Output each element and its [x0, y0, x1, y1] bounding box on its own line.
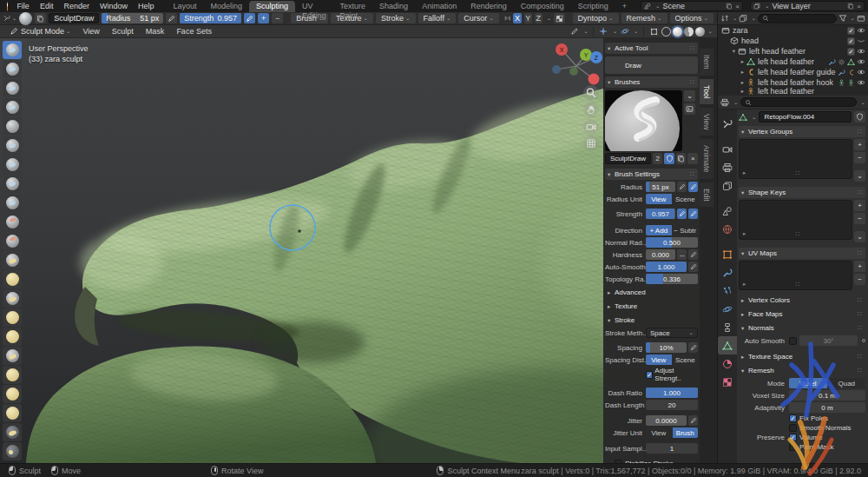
mesh-data-icon[interactable]: [847, 58, 855, 66]
direction-add[interactable]: + Add: [646, 225, 672, 235]
vertex-groups-panel-header[interactable]: ▾Vertex Groups∷: [739, 126, 865, 137]
outliner-row-feather-hook[interactable]: ▸ left head feather hook: [718, 77, 868, 88]
shading-material-icon[interactable]: [684, 27, 694, 36]
tool-inflate[interactable]: [3, 156, 22, 174]
spacing-distance-view[interactable]: View: [646, 354, 672, 365]
spacing-pressure-icon[interactable]: [688, 342, 698, 353]
add-vertex-group-button[interactable]: +: [854, 139, 865, 150]
outliner-row-zara[interactable]: zara ✓: [718, 25, 868, 36]
tab-scene[interactable]: [718, 202, 737, 220]
gear-icon[interactable]: [838, 58, 845, 66]
filter-funnel-icon[interactable]: [838, 14, 847, 23]
tab-output[interactable]: [718, 158, 737, 176]
menu-mask[interactable]: Mask: [141, 25, 170, 37]
chevron-down-icon[interactable]: ⌄: [733, 99, 738, 106]
shading-rendered-icon[interactable]: [695, 27, 705, 36]
add-uv-map-button[interactable]: +: [854, 261, 865, 272]
tab-object-data[interactable]: [718, 336, 737, 354]
remesh-panel-header[interactable]: ▾Remesh∷: [739, 365, 865, 376]
autosmooth-pressure-icon[interactable]: [688, 262, 698, 272]
remove-vertex-group-button[interactable]: −: [854, 152, 865, 163]
strength-tablet-icon[interactable]: [688, 209, 698, 219]
drag-grip-icon[interactable]: ∷: [858, 324, 863, 332]
tab-texture[interactable]: [718, 373, 737, 391]
drag-grip-icon[interactable]: ∷: [858, 296, 863, 304]
chevron-down-icon[interactable]: ⌄: [851, 15, 855, 22]
tool-clay-thumb[interactable]: [3, 117, 22, 136]
tiling-icon[interactable]: [554, 13, 565, 23]
tool-grab[interactable]: [3, 328, 22, 346]
add-workspace-button[interactable]: +: [615, 1, 634, 12]
menu-face-sets[interactable]: Face Sets: [171, 25, 217, 37]
sidebar-tab-view[interactable]: View: [700, 108, 713, 136]
texture-space-panel-header[interactable]: ▸Texture Space∷: [739, 351, 865, 362]
outliner-row-feather-guide[interactable]: ▸ left head feather guide: [718, 67, 868, 77]
outliner-search-input[interactable]: [758, 14, 837, 23]
view-layer-selector[interactable]: ⌄ View Layer ×: [750, 1, 865, 11]
perspective-toggle-button[interactable]: [583, 136, 599, 151]
shape-keys-panel-header[interactable]: ▾Shape Keys∷: [739, 187, 865, 198]
fix-poles-checkbox[interactable]: ✓: [789, 414, 797, 422]
chevron-down-icon[interactable]: ⌄: [752, 114, 756, 121]
close-icon[interactable]: ×: [857, 3, 861, 10]
brush-users-count[interactable]: 2: [653, 153, 663, 164]
tab-physics[interactable]: [718, 300, 737, 318]
brushes-panel-header[interactable]: ▾ Brushes ∷: [605, 76, 698, 88]
tab-world[interactable]: [718, 220, 737, 238]
symmetry-chevron-icon[interactable]: ⌄: [547, 15, 551, 22]
workspace-tab-texture-paint[interactable]: Texture Paint: [333, 1, 373, 12]
drag-grip-icon[interactable]: ∷: [858, 353, 863, 361]
eye-icon[interactable]: [857, 68, 865, 76]
tool-elastic-deform[interactable]: [3, 347, 22, 365]
remove-shape-key-button[interactable]: −: [854, 213, 865, 224]
duplicate-brush-icon[interactable]: [676, 153, 687, 164]
auto-smooth-angle-field[interactable]: 30°: [799, 335, 858, 346]
shading-chevron-icon[interactable]: ⌄: [708, 28, 713, 35]
shape-key-specials-button[interactable]: ⌄: [854, 231, 865, 242]
pan-hand-button[interactable]: [583, 102, 599, 117]
paint-mask-checkbox[interactable]: [789, 443, 797, 451]
radius-pressure-icon[interactable]: [677, 182, 687, 192]
fake-user-shield-icon[interactable]: [854, 111, 865, 123]
tool-multiplane-scrape[interactable]: [3, 289, 22, 308]
add-brush-button[interactable]: +: [258, 13, 269, 23]
vertex-groups-list[interactable]: ▸∷: [739, 139, 852, 179]
radius-unit-scene[interactable]: Scene: [673, 194, 699, 204]
workspace-tab-animation[interactable]: Animation: [415, 1, 464, 12]
auto-smooth-checkbox[interactable]: [789, 337, 797, 345]
zoom-button[interactable]: [583, 85, 599, 101]
radius-tablet-icon[interactable]: [688, 182, 698, 192]
symmetry-y-toggle[interactable]: Y: [524, 13, 532, 23]
jitter-unit-view[interactable]: View: [646, 427, 672, 438]
tool-pose[interactable]: [3, 404, 22, 422]
tab-particles[interactable]: [718, 282, 737, 300]
brush-name-field[interactable]: SculptDraw: [605, 153, 651, 164]
spacing-slider[interactable]: 10%: [646, 342, 687, 353]
hardness-pressure-icon[interactable]: [688, 249, 698, 260]
stroke-method-dropdown[interactable]: Space⌄: [646, 328, 698, 338]
active-tool-button[interactable]: Draw: [605, 56, 698, 74]
drag-grip-icon[interactable]: ∷: [690, 44, 695, 52]
copy-icon[interactable]: [847, 3, 854, 10]
selectable-checkbox[interactable]: ✓: [847, 27, 855, 35]
drag-grip-icon[interactable]: ∷: [690, 170, 695, 178]
display-mode-icon[interactable]: [739, 14, 747, 23]
tab-view-layer[interactable]: [718, 176, 737, 195]
editor-type-button[interactable]: ⌄: [3, 13, 16, 23]
brush-preview-icon[interactable]: [19, 12, 32, 25]
add-shape-key-button[interactable]: +: [854, 200, 865, 211]
fake-user-shield-icon[interactable]: [664, 153, 674, 164]
expand-icon[interactable]: ▸: [739, 69, 746, 76]
remove-uv-map-button[interactable]: −: [854, 274, 865, 285]
scene-selector[interactable]: ⌄ Scene ×: [641, 1, 743, 11]
input-samples-field[interactable]: 1: [646, 443, 698, 454]
modifier-wrench-icon[interactable]: [838, 69, 845, 76]
annotate-tool-icon[interactable]: [569, 26, 580, 36]
drag-grip-icon[interactable]: ∷: [858, 189, 863, 196]
menu-window[interactable]: Window: [95, 0, 133, 12]
uv-maps-panel-header[interactable]: ▾UV Maps∷: [739, 248, 865, 259]
workspace-tab-shading[interactable]: Shading: [372, 1, 415, 12]
eye-closed-icon[interactable]: [857, 36, 865, 45]
tool-blob[interactable]: [3, 175, 22, 193]
drag-grip-icon[interactable]: ∷: [858, 128, 863, 136]
